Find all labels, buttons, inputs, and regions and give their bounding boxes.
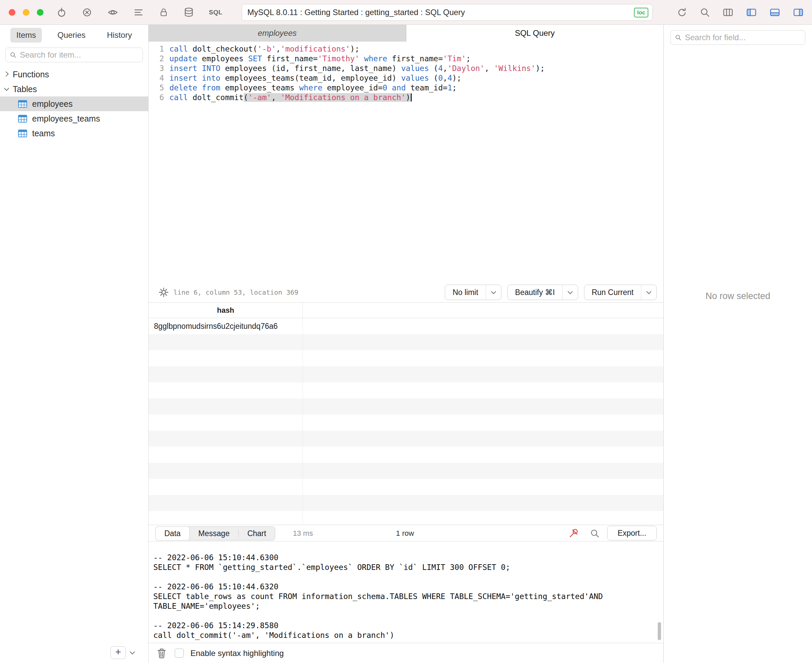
sidebar-table-employees_teams[interactable]: employees_teams: [0, 111, 148, 126]
search-results-icon[interactable]: [590, 529, 600, 538]
code-line[interactable]: 1call dolt_checkout('-b','modifications'…: [149, 44, 663, 54]
sidebar-tabs: ItemsQueriesHistory: [0, 25, 148, 45]
column-header-empty: [303, 303, 663, 318]
result-tab-message[interactable]: Message: [190, 527, 238, 540]
refresh-icon[interactable]: [677, 7, 688, 18]
code-line[interactable]: 6call dolt_commit('-am', 'Modifications …: [149, 93, 663, 102]
field-search[interactable]: [670, 30, 805, 45]
tab-employees[interactable]: employees: [149, 25, 406, 42]
console-line: SELECT table_rows as count FROM informat…: [153, 592, 653, 602]
result-row: [149, 350, 663, 366]
result-tab-chart[interactable]: Chart: [239, 527, 275, 540]
trash-icon[interactable]: [157, 648, 167, 659]
line-number: 6: [149, 93, 170, 102]
sidebar-section-tables[interactable]: Tables: [0, 82, 148, 97]
connection-badge: loc: [634, 8, 648, 18]
export-button[interactable]: Export...: [607, 526, 657, 540]
eye-icon[interactable]: [107, 7, 118, 18]
sidebar: ItemsQueriesHistory Functions Tables emp…: [0, 25, 149, 663]
connection-title-field[interactable]: MySQL 8.0.11 : Getting Started : getting…: [242, 4, 653, 21]
line-number: 5: [149, 83, 170, 93]
console-footer: Enable syntax highlighting: [149, 643, 663, 663]
field-panel: No row selected: [663, 25, 812, 663]
table-name: teams: [32, 129, 55, 138]
sidebar-tab-items[interactable]: Items: [10, 28, 42, 42]
limit-dropdown[interactable]: No limit: [445, 285, 501, 300]
line-number: 2: [149, 54, 170, 64]
limit-dropdown-caret[interactable]: [486, 285, 501, 300]
result-toolbar: DataMessageChart 13 ms 1 row Export...: [149, 525, 663, 542]
line-number: 4: [149, 73, 170, 83]
console-line: SELECT * FROM `getting_started`.`employe…: [153, 563, 653, 572]
pin-icon[interactable]: [568, 528, 580, 539]
chevron-down-icon: [646, 289, 652, 294]
results-header: hash: [149, 302, 663, 318]
sql-editor[interactable]: 1call dolt_checkout('-b','modifications'…: [149, 42, 663, 282]
chevron-down-icon: [567, 289, 573, 294]
result-row: [149, 431, 663, 447]
console-scrollbar[interactable]: [658, 622, 661, 640]
toolbar-left-icons: SQL: [56, 0, 223, 25]
result-tab-data[interactable]: Data: [156, 527, 190, 540]
add-item-control: +: [110, 646, 139, 659]
line-number: 1: [149, 44, 170, 54]
chevron-down-icon: [129, 649, 135, 654]
table-name: employees_teams: [32, 114, 100, 124]
field-search-input[interactable]: [685, 33, 801, 42]
console-line: [153, 611, 653, 621]
code-line[interactable]: 2update employees SET first_name='Timoth…: [149, 54, 663, 64]
beautify-dropdown-caret[interactable]: [562, 285, 578, 300]
minimize-window-button[interactable]: [23, 9, 29, 16]
chevron-down-icon: [4, 86, 10, 91]
sidebar-tab-history[interactable]: History: [101, 28, 138, 42]
gear-icon[interactable]: [159, 287, 169, 298]
result-row[interactable]: 8gglbpnomudsirns6u2cjeitundq76a6: [149, 318, 663, 334]
tab-sql-query[interactable]: SQL Query: [406, 25, 664, 42]
window-controls: [9, 9, 44, 16]
sidebar-tab-queries[interactable]: Queries: [51, 28, 91, 42]
window-panes-icon[interactable]: [722, 7, 734, 18]
section-label: Tables: [13, 84, 37, 94]
toggle-right-panel-icon[interactable]: [793, 7, 804, 18]
result-row: [149, 382, 663, 398]
sidebar-search-input[interactable]: [20, 50, 139, 60]
toggle-bottom-panel-icon[interactable]: [769, 7, 781, 18]
lock-icon[interactable]: [159, 7, 169, 18]
column-header-hash[interactable]: hash: [149, 303, 303, 318]
search-icon: [10, 51, 16, 58]
cursor-position-status: line 6, column 53, location 369: [173, 288, 298, 296]
sidebar-table-employees[interactable]: employees: [0, 97, 148, 111]
tables-list: employeesemployees_teamsteams: [0, 97, 148, 141]
zoom-window-button[interactable]: [37, 9, 44, 16]
log-icon[interactable]: [133, 7, 144, 18]
console-line: -- 2022-06-06 15:14:29.8580: [153, 621, 653, 631]
run-dropdown-caret[interactable]: [641, 285, 656, 300]
code-line[interactable]: 4insert into employees_teams(team_id, em…: [149, 73, 663, 83]
sidebar-section-functions[interactable]: Functions: [0, 67, 148, 82]
console-log: -- 2022-06-06 15:10:44.6300SELECT * FROM…: [153, 553, 653, 640]
add-item-menu-button[interactable]: [126, 646, 139, 659]
sidebar-table-teams[interactable]: teams: [0, 126, 148, 141]
sidebar-search-field[interactable]: [5, 48, 143, 62]
syntax-highlighting-checkbox[interactable]: [175, 648, 184, 658]
code-line[interactable]: 3insert INTO employees (id, first_name, …: [149, 64, 663, 73]
toolbar-right-icons: [677, 0, 804, 25]
run-current-button[interactable]: Run Current: [584, 285, 657, 300]
search-icon[interactable]: [699, 7, 710, 18]
table-name: employees: [32, 99, 73, 109]
table-icon: [18, 100, 27, 108]
row-count: 1 row: [381, 525, 428, 542]
sql-badge: SQL: [209, 9, 223, 16]
disconnect-icon[interactable]: [82, 7, 92, 18]
beautify-button[interactable]: Beautify ⌘I: [507, 285, 578, 300]
toggle-left-panel-icon[interactable]: [746, 7, 757, 18]
results-body: 8gglbpnomudsirns6u2cjeitundq76a6: [149, 318, 663, 525]
power-icon[interactable]: [56, 7, 67, 18]
add-item-button[interactable]: +: [110, 646, 126, 659]
code-line[interactable]: 5delete from employees_teams where emplo…: [149, 83, 663, 93]
close-window-button[interactable]: [9, 9, 15, 16]
database-icon[interactable]: [183, 7, 194, 18]
result-row: [149, 447, 663, 463]
console-panel[interactable]: -- 2022-06-06 15:10:44.6300SELECT * FROM…: [149, 542, 663, 643]
main-panel: employees SQL Query 1call dolt_checkout(…: [149, 25, 663, 663]
